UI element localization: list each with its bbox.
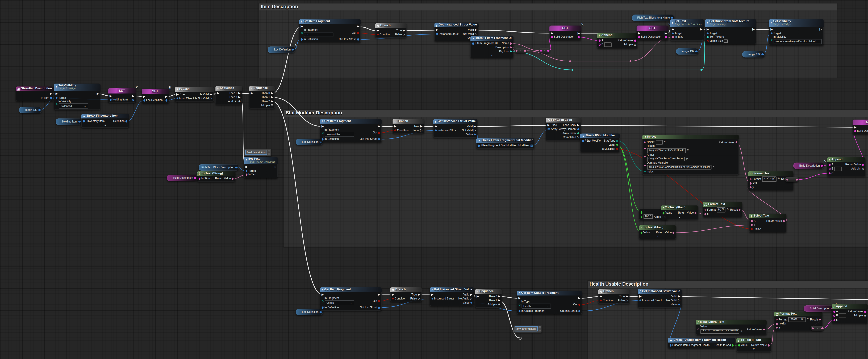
node-set[interactable]: SET▶▶Build DescriptionV. <box>637 26 669 40</box>
pin-big-icon[interactable] <box>510 50 512 52</box>
pin-frag[interactable] <box>321 300 323 302</box>
node-set[interactable]: SET▶▷Build DescriptionV. <box>852 120 868 134</box>
pin-target[interactable] <box>672 32 674 34</box>
node-set[interactable]: SET▶▶Build DescriptionV. <box>550 26 581 40</box>
node-branch[interactable]: ⇆Branch▶True▶ConditionFalse▷ <box>390 287 422 302</box>
pin-stat-type[interactable] <box>616 140 618 142</box>
pin-p[interactable] <box>671 17 673 19</box>
pin-p[interactable] <box>194 177 196 179</box>
pin-not-valid[interactable]: ▷ <box>475 33 477 36</box>
pin-out[interactable] <box>378 132 380 134</box>
pin-ei[interactable]: ▶ <box>551 32 553 35</box>
node-break-finventory-item[interactable]: ◄Break FInventory ItemFInventory ItemDef… <box>81 114 129 128</box>
pin-build-description[interactable] <box>551 36 553 38</box>
pin-format[interactable] <box>776 319 778 321</box>
node-select-text[interactable]: ƒSelect TextAReturn ValueBPick A <box>749 214 786 232</box>
pin-finventory-item[interactable] <box>83 120 85 122</box>
pin-ei[interactable]: ▶ <box>377 29 379 32</box>
dropdown[interactable]: Collapsed⌄ <box>58 103 88 109</box>
pin-vout[interactable] <box>132 99 134 101</box>
variable-pill-rich-text-block-description[interactable]: Rich Text Block Description <box>198 164 239 170</box>
pin-out-inst-struct[interactable] <box>579 310 580 312</box>
pin-y[interactable] <box>750 186 751 188</box>
node-get-item-usable-fragment[interactable]: ƒGet Item Usable Fragment▶▶In TypeHealth… <box>517 291 582 314</box>
pin-loc-definition[interactable] <box>143 99 145 101</box>
pin-return-value[interactable] <box>768 345 770 346</box>
pin-in-item[interactable] <box>50 97 52 99</box>
node-to-text-float[interactable]: ƒTo Text (Float)ValueReturn Value∨ <box>661 205 698 220</box>
pin-ei[interactable]: ▶ <box>436 29 438 32</box>
node-branch[interactable]: ⇆Branch▶True▶ConditionFalse▷ <box>598 289 630 304</box>
pin-value[interactable] <box>470 302 472 304</box>
node-set-visibility[interactable]: ƒSet VisibilityTarget is Widget▶▶TargetI… <box>54 84 100 110</box>
pin-b[interactable] <box>751 224 753 226</box>
pin-value[interactable] <box>641 232 642 233</box>
dropdown[interactable]: Health⌄ <box>521 304 551 309</box>
node-to-text-float[interactable]: ƒTo Text (Float)ValueReturn Value∨ <box>736 338 771 352</box>
pin-in-text[interactable] <box>672 36 674 38</box>
pin-then-0[interactable]: ▶ <box>498 295 500 298</box>
pin-return-value[interactable] <box>673 232 675 233</box>
pin-armor[interactable]: ◆ <box>644 156 646 158</box>
node-sequence[interactable]: ≡Sequence▶Then 0▶Then 1▶Add pin⊕ <box>215 86 242 104</box>
comment-toggle-icon[interactable]: ▭ <box>268 153 270 155</box>
pin-eo[interactable]: ▶ <box>378 293 380 296</box>
pin-target[interactable] <box>56 97 58 99</box>
pin-ei[interactable]: ▶ <box>672 28 674 31</box>
pin-ei[interactable]: ▶ <box>707 28 709 31</box>
pin-instanced-struct[interactable] <box>431 298 433 300</box>
pin-then-2[interactable]: ▶ <box>271 100 273 103</box>
pin-true[interactable]: ▶ <box>403 29 405 32</box>
pin-false[interactable]: ▷ <box>626 299 628 302</box>
pin-ei[interactable]: ▶ <box>321 293 324 296</box>
pin-p[interactable] <box>38 109 40 111</box>
pin-in-definition[interactable] <box>301 38 303 40</box>
pin-a[interactable] <box>833 311 835 313</box>
collapse-chevron-icon[interactable]: ∨ <box>639 236 676 239</box>
textbox[interactable]: {x} % <box>717 207 726 212</box>
pin-value[interactable] <box>698 328 699 330</box>
node-format-text[interactable]: ▢Format TextFormat{x} %⚑Resultx <box>703 202 742 217</box>
pin-holding-item[interactable] <box>110 99 112 101</box>
pin-in-definition[interactable] <box>321 306 323 308</box>
pin-bubble-icon[interactable]: ⊼ <box>539 326 540 328</box>
pin-eo[interactable]: ▶ <box>665 32 667 35</box>
pin-then-0[interactable]: ▶ <box>238 92 241 95</box>
pin-o[interactable] <box>796 178 798 181</box>
node-get-instanced-struct-value[interactable]: ƒGet Instanced Struct Value▶Valid▶Instan… <box>430 287 474 306</box>
pin-array-index[interactable] <box>578 132 579 134</box>
node-sequence[interactable]: ≡Sequence▶Then 0▶Then 1▶Then 2▶Add pin⊕ <box>249 86 275 108</box>
pin-return-value[interactable] <box>862 164 864 166</box>
textbox[interactable]: {stat} + {y} <box>762 177 777 182</box>
dropdown[interactable]: UI⌄ <box>304 32 333 37</box>
pin-eo[interactable]: ▷ <box>819 28 822 31</box>
pin-modifiers[interactable]: ▦ <box>530 144 533 147</box>
pin-return-value[interactable] <box>232 178 234 180</box>
pin-false[interactable]: ▷ <box>418 297 420 300</box>
node-break-fitem-fragment-stat-modifier[interactable]: ◄Break FItem Fragment Stat ModifierFItem… <box>476 138 534 149</box>
node-get-instanced-struct-value[interactable]: ƒGet Instanced Struct Value▶Valid▶Instan… <box>433 119 477 138</box>
pin-ei[interactable]: ▶ <box>245 165 248 168</box>
pin-ei[interactable]: ▶ <box>321 125 324 128</box>
pin-frag[interactable] <box>321 132 323 134</box>
pin-o[interactable] <box>821 327 823 329</box>
pin-i1[interactable] <box>641 211 642 213</box>
pin-eo[interactable]: ▶ <box>700 28 702 31</box>
pin-p[interactable] <box>79 121 81 122</box>
node-break-fusable-item-fragment-health[interactable]: ◄Break FUsable Item Fragment HealthFUsab… <box>668 338 735 349</box>
collapse-chevron-icon[interactable]: ∧ <box>470 55 514 58</box>
pin-ei[interactable]: ▶ <box>217 92 219 95</box>
pin-false[interactable]: ▷ <box>420 129 422 132</box>
pin-true[interactable]: ▶ <box>420 125 422 128</box>
pin-a[interactable] <box>751 220 753 222</box>
pin-health[interactable]: ◆ <box>644 148 646 150</box>
pin-format[interactable] <box>750 178 751 180</box>
pin-return-value[interactable] <box>783 220 785 222</box>
variable-pill-build-description[interactable]: Build DescriptionV. <box>804 305 835 312</box>
pin-result[interactable] <box>739 209 741 211</box>
node-for-each-loop[interactable]: ↻For Each Loop▶ExecLoop Body▶▦ArrayArray… <box>546 118 581 140</box>
pin-target[interactable] <box>245 170 247 172</box>
pin-in-string[interactable] <box>198 178 200 180</box>
node-get-instanced-struct-value[interactable]: ƒGet Instanced Struct Value▶Valid▶Instan… <box>638 289 682 307</box>
pin-match-size[interactable] <box>707 40 709 42</box>
